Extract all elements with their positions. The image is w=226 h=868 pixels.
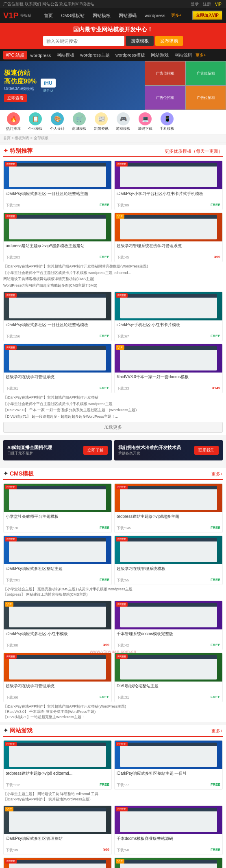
top-link-login[interactable]: 登录	[191, 1, 199, 7]
card-2-meta: 下载:89 FREE	[117, 203, 220, 208]
nav-tab-pc[interactable]: #PC 站点	[3, 51, 27, 59]
nav-tab-template[interactable]: 网站模板	[54, 51, 77, 59]
card-8-dl: 下载:33	[117, 386, 129, 391]
quick-link-8[interactable]: 📱 手机模板	[157, 112, 177, 132]
logo-subtitle: 模板站	[20, 13, 31, 18]
card-1-image: FREE	[4, 161, 111, 189]
nav-tab-wp[interactable]: wordpress	[28, 52, 53, 59]
ad-2-btn[interactable]: 联系我们	[194, 446, 219, 455]
top-link-register[interactable]: 注册	[203, 1, 211, 7]
quick-link-7-icon: 💻	[139, 112, 152, 125]
game-card-3: VIP iDarkPsy响应式多社区管理整站 下载:39¥99	[3, 805, 112, 855]
top-bar-right: 登录 注册 VIP	[189, 1, 223, 7]
card-6-price: FREE	[211, 334, 220, 339]
cms-desc-2: 【iDarkPsy在地APP制作】实其超地详细APP制作开发整站(WordPre…	[3, 704, 223, 720]
game-desc: 【小学堂主题主题】 网站建设工坊 详细整站 editormd 工具 【iDark…	[3, 791, 223, 802]
cms-more[interactable]: 更多+	[211, 471, 223, 477]
special-section-header: ✦ 特别推荐 更多优质模板（每天一更新）	[3, 147, 223, 157]
cms-card-1-img: FREE	[4, 484, 111, 512]
publish-button[interactable]: 发布求购	[155, 36, 183, 46]
card-3-body: ordpress建站主题ip->vip!!超多模板主题建站 下载:203 FRE…	[4, 241, 111, 262]
breadcrumb: 首页 > 模板列表 > 全部模板	[0, 134, 226, 142]
quick-link-5[interactable]: 📰 新闻资讯	[91, 112, 111, 132]
quick-link-1-label: 热门推荐	[6, 126, 21, 132]
card-1-meta: 下载:128 FREE	[6, 203, 109, 208]
ad-1-title: AI赋能直播全国招代理	[7, 445, 52, 451]
game-card-2: FREE iDarkPsy响应式多社区整站主题·一目社 下载:77FREE	[114, 740, 223, 790]
cms-card-7: FREE 超级学习在线学习管理系统 下载:66FREE	[3, 653, 112, 702]
banner-right: 广告位招租 广告位招租 广告位招租 广告位招租	[145, 61, 226, 110]
nav-tab-source[interactable]: 网站源码	[172, 51, 195, 59]
card-6-body: iDarkPsy·手机社区·小红书卡片模板 下载:67 FREE	[115, 320, 222, 341]
header-nav-template[interactable]: 网站模板	[90, 11, 113, 20]
card-4-body: 超级学习管理系统在线学习管理系统 下载:45 ¥99	[115, 241, 222, 262]
game-header: ✦ 网站游戏 更多+	[3, 727, 223, 737]
banner-subtitle: OrdeCMS模板站	[4, 86, 37, 92]
search-button[interactable]: 搜索模板	[126, 36, 154, 46]
quick-link-1[interactable]: 🔥 热门推荐	[3, 112, 24, 132]
quick-link-4[interactable]: 🛒 商城模板	[69, 112, 89, 132]
nav-tab-game[interactable]: 网站游戏	[148, 51, 171, 59]
quick-link-7[interactable]: 💻 源码下载	[135, 112, 155, 132]
quick-link-8-label: 手机模板	[160, 126, 174, 132]
header-nav-home[interactable]: 首页	[41, 11, 55, 20]
game-section: ✦ 网站游戏 更多+ FREE ordpress建站主题ip->vip!! ed…	[0, 725, 226, 868]
special-section-title: ✦ 特别推荐	[3, 147, 33, 155]
nav-more[interactable]: 更多+	[196, 53, 206, 58]
game-more[interactable]: 更多+	[211, 728, 223, 734]
card-1: FREE iDarkPsy响应式多社区·一目社区论坛整站主题 下载:128 FR…	[3, 160, 112, 210]
special-section-more[interactable]: 更多优质模板（每天一更新）	[165, 148, 223, 154]
header-nav-wp[interactable]: wordpress	[142, 12, 168, 19]
card-6-title: iDarkPsy·手机社区·小红书卡片模板	[117, 322, 220, 333]
special-section: ✦ 特别推荐 更多优质模板（每天一更新） FREE iDarkPsy响应式多社区…	[0, 145, 226, 435]
header-nav-cms[interactable]: CMS模板站	[59, 11, 87, 20]
ad-banner-2: 我们拥有技术冷准的开发技术员 承接各类开发 联系我们	[114, 440, 223, 460]
card-8: VIP RaidVV3.0千本一家一好一套docms模板 下载:33 ¥149	[114, 344, 223, 393]
top-link-vip[interactable]: VIP	[215, 2, 222, 7]
search-box: 搜索模板 发布求购	[3, 36, 223, 46]
quick-link-4-label: 商城模板	[72, 126, 87, 132]
cms-card-5-title: iDarkPsy响应式多社区·小红书模板	[6, 631, 109, 642]
game-card-1-img: FREE	[4, 741, 111, 769]
card-2-title: iDarkPsy·小学习平台社区小红书卡片式手机模板	[117, 191, 220, 202]
card-5-price: FREE	[100, 334, 109, 339]
cms-card-2-title: ordpress建站主题ip->vip!!超多主题	[117, 514, 220, 524]
header-nav-more[interactable]: 更多+	[171, 13, 182, 18]
game-card-4-title: 千本docms模板商业版整站源码	[117, 836, 220, 846]
vip-button[interactable]: 立即加入VIP	[192, 11, 223, 20]
cms-card-3: FREE iDarkPsy响应式多社区整站主题 下载:201FREE	[3, 535, 112, 585]
cms-cards-1: FREE 小学堂社会教师平台主题模板 下载:78FREE FREE ordpre…	[3, 483, 223, 585]
cms-card-6-title: 千本管理系统docms模板完整版	[117, 631, 220, 642]
card-8-screen	[120, 346, 217, 370]
card-6-meta: 下载:67 FREE	[117, 334, 220, 339]
banner-text: 极速仿站高仿度99% OrdeCMS模板站 立即查看	[4, 69, 37, 102]
quick-link-2[interactable]: 📋 企业模板	[25, 112, 46, 132]
special-desc-2: 【小学堂社会教师小平台主题社区成员卡片手机模板 wordpress主题 edit…	[3, 270, 223, 276]
game-card-6: VIP DiVU财娱WordPress主题论坛整站 下载:29¥149	[114, 857, 223, 868]
card-4-meta-left: 下载:45	[117, 255, 129, 260]
cms-card-4: FREE 超级学习在线管理系统模板 下载:55FREE	[114, 535, 223, 585]
nav-tab-wp-theme[interactable]: wordpress主题	[78, 51, 112, 59]
banner-ad-3: 广告位招租	[145, 85, 185, 110]
nav-tab-wp-template[interactable]: wordpress模板	[113, 51, 148, 59]
ad-1-btn[interactable]: 立即了解	[83, 446, 108, 455]
special-desc-row1: 【iDarkPsy在地APP制作】实其超地详细APP制作开发整站附带完整数据(W…	[3, 264, 223, 288]
card-2-screen	[120, 163, 217, 187]
card-6-badge: FREE	[116, 293, 128, 298]
game-title: ✦ 网站游戏	[3, 727, 33, 734]
special-more-btn[interactable]: 加载更多	[3, 422, 223, 433]
search-input[interactable]	[43, 36, 124, 46]
banner-btn[interactable]: 立即查看	[4, 94, 27, 102]
quick-link-3[interactable]: 🎨 个人设计	[47, 112, 67, 132]
card-1-screen-inner	[9, 163, 106, 187]
cms-card-1: FREE 小学堂社会教师平台主题模板 下载:78FREE	[3, 483, 112, 533]
card-4-screen-inner	[120, 215, 217, 239]
header-nav-source[interactable]: 网站源码	[116, 11, 139, 20]
card-7-title: 超级学习在线学习管理系统	[6, 374, 109, 385]
card-7-screen	[9, 346, 106, 370]
quick-link-6[interactable]: 🎮 游戏模板	[113, 112, 133, 132]
nav-tabs: #PC 站点 wordpress 网站模板 wordpress主题 wordpr…	[0, 49, 226, 61]
spec-d-8: 【DiVU财娱71】 超一段路超超多 - 超超超超多超多WordPress主题！…	[3, 414, 223, 420]
card-7-image: FREE	[4, 344, 111, 373]
card-2-screen-inner	[120, 163, 217, 187]
